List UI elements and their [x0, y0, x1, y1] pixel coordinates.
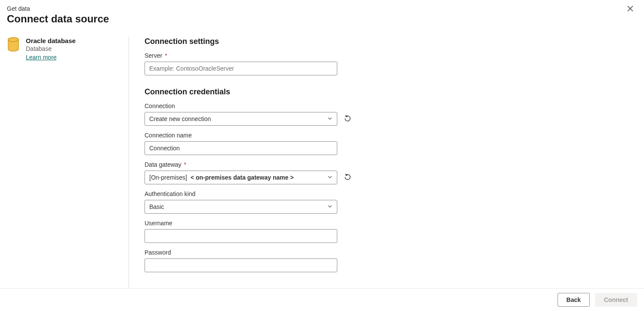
chevron-down-icon	[327, 115, 333, 122]
username-label: Username	[145, 220, 637, 227]
page-title: Connect data source	[7, 13, 637, 25]
data-gateway-refresh-button[interactable]	[343, 173, 352, 182]
connection-name-input[interactable]	[149, 142, 333, 155]
auth-kind-value: Basic	[149, 203, 164, 210]
connection-dropdown-value: Create new connection	[149, 115, 211, 122]
data-gateway-label: Data gateway *	[145, 161, 637, 168]
server-input-wrapper	[145, 62, 337, 75]
server-label: Server *	[145, 52, 637, 59]
connection-dropdown[interactable]: Create new connection	[145, 112, 337, 126]
section-connection-settings: Connection settings Server *	[145, 37, 637, 75]
password-label: Password	[145, 249, 637, 256]
close-button[interactable]	[627, 5, 635, 14]
username-input-wrapper	[145, 229, 337, 243]
required-marker: *	[165, 52, 167, 59]
section-heading-credentials: Connection credentials	[145, 87, 637, 96]
auth-kind-dropdown[interactable]: Basic	[145, 200, 337, 214]
connector-sidebar: Oracle database Database Learn more	[7, 37, 129, 288]
required-marker: *	[184, 161, 186, 168]
learn-more-link[interactable]: Learn more	[26, 54, 57, 61]
password-input[interactable]	[149, 259, 333, 272]
connection-name-input-wrapper	[145, 141, 337, 155]
connector-type: Database	[26, 45, 76, 52]
section-heading-settings: Connection settings	[145, 37, 637, 46]
form-panel: Connection settings Server * Connection …	[129, 37, 637, 288]
chevron-down-icon	[327, 174, 333, 181]
password-input-wrapper	[145, 258, 337, 272]
server-input[interactable]	[149, 62, 333, 75]
connector-name: Oracle database	[26, 37, 76, 44]
chevron-down-icon	[327, 203, 333, 210]
connection-refresh-button[interactable]	[343, 115, 352, 123]
database-icon	[7, 37, 20, 54]
refresh-icon	[344, 115, 351, 124]
dialog-header: Get data Connect data source	[0, 0, 644, 32]
section-connection-credentials: Connection credentials Connection Create…	[145, 87, 637, 272]
breadcrumb: Get data	[7, 5, 637, 12]
auth-kind-label: Authentication kind	[145, 190, 637, 197]
close-icon	[627, 6, 634, 13]
connect-button[interactable]: Connect	[595, 293, 637, 307]
connection-label: Connection	[145, 103, 637, 109]
data-gateway-prefix: [On-premises]	[149, 174, 187, 181]
refresh-icon	[344, 173, 351, 182]
data-gateway-dropdown[interactable]: [On-premises] < on-premises data gateway…	[145, 171, 337, 184]
data-gateway-hint: < on-premises data gateway name >	[191, 174, 294, 181]
username-input[interactable]	[149, 230, 333, 243]
connection-name-label: Connection name	[145, 132, 637, 139]
dialog-footer: Back Connect	[0, 288, 644, 311]
back-button[interactable]: Back	[558, 293, 590, 307]
